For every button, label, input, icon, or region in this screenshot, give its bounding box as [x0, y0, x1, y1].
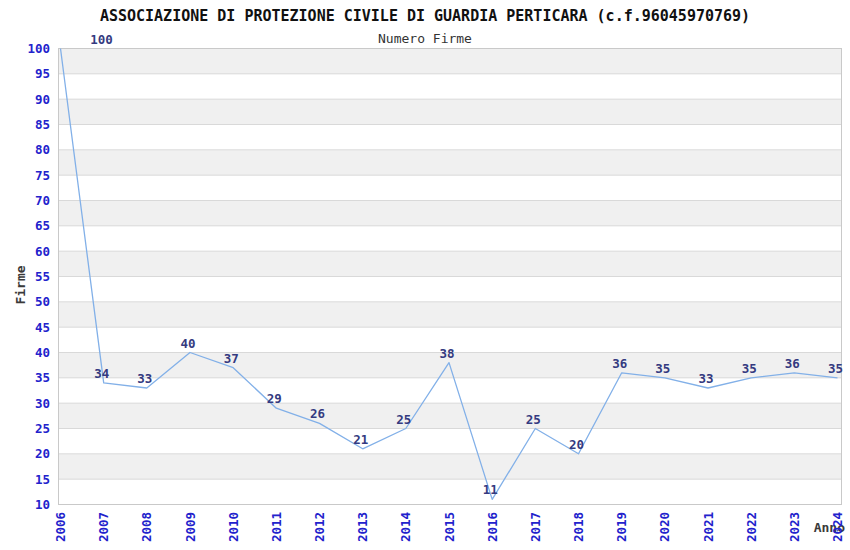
x-tick-label: 2017 [528, 512, 543, 542]
grid-band [59, 201, 842, 226]
x-tick-label: 2006 [53, 512, 68, 542]
point-label: 26 [310, 406, 325, 421]
y-tick-label: 45 [35, 320, 50, 335]
y-tick-label: 55 [35, 269, 50, 284]
y-tick-label: 70 [35, 193, 50, 208]
grid-band [59, 302, 842, 327]
x-tick-label: 2022 [744, 512, 759, 542]
x-tick-label: 2023 [787, 512, 802, 542]
y-tick-label: 75 [35, 168, 50, 183]
y-tick-label: 15 [35, 472, 50, 487]
x-tick-label: 2010 [226, 512, 241, 542]
y-tick-label: 30 [35, 396, 50, 411]
y-tick-label: 60 [35, 244, 50, 259]
point-label: 33 [137, 371, 152, 386]
point-label: 33 [698, 371, 713, 386]
point-label: 36 [612, 356, 627, 371]
point-label: 35 [828, 361, 843, 376]
x-tick-label: 2009 [183, 512, 198, 542]
point-label: 29 [267, 391, 282, 406]
grid-band [59, 403, 842, 428]
x-tick-label: 2021 [701, 512, 716, 542]
y-tick-label: 90 [35, 92, 50, 107]
point-label: 34 [94, 366, 109, 381]
y-tick-label: 95 [35, 66, 50, 81]
y-tick-label: 65 [35, 218, 50, 233]
point-label: 11 [483, 482, 498, 497]
line-chart-canvas: 1003433403729262125381125203635333536351… [0, 0, 850, 550]
point-label: 35 [655, 361, 670, 376]
y-tick-label: 100 [27, 41, 50, 56]
chart-window: ASSOCIAZIONE DI PROTEZIONE CIVILE DI GUA… [0, 0, 850, 550]
y-tick-label: 20 [35, 446, 50, 461]
x-tick-label: 2018 [571, 512, 586, 542]
x-tick-label: 2019 [614, 512, 629, 542]
y-tick-label: 85 [35, 117, 50, 132]
y-tick-label: 25 [35, 421, 50, 436]
point-label: 21 [353, 432, 368, 447]
grid-band [59, 251, 842, 276]
x-tick-label: 2014 [398, 512, 413, 542]
point-label: 38 [439, 346, 454, 361]
x-tick-label: 2011 [269, 512, 284, 542]
point-label: 40 [180, 336, 195, 351]
x-tick-label: 2007 [96, 512, 111, 542]
x-tick-label: 2008 [139, 512, 154, 542]
point-label: 25 [396, 412, 411, 427]
x-tick-label: 2012 [312, 512, 327, 542]
x-tick-label: 2013 [355, 512, 370, 542]
grid-band [59, 49, 842, 74]
grid-band [59, 454, 842, 479]
point-label: 20 [569, 437, 584, 452]
point-label: 35 [742, 361, 757, 376]
y-tick-label: 35 [35, 370, 50, 385]
x-tick-label: 2024 [830, 512, 845, 542]
point-label: 100 [90, 32, 113, 47]
y-tick-label: 10 [35, 497, 50, 512]
x-tick-label: 2020 [657, 512, 672, 542]
point-label: 25 [526, 412, 541, 427]
grid-band [59, 99, 842, 124]
point-label: 36 [785, 356, 800, 371]
y-tick-label: 80 [35, 142, 50, 157]
y-tick-label: 50 [35, 294, 50, 309]
x-tick-label: 2016 [485, 512, 500, 542]
x-tick-label: 2015 [442, 512, 457, 542]
y-tick-label: 40 [35, 345, 50, 360]
point-label: 37 [224, 351, 239, 366]
grid-band [59, 150, 842, 175]
